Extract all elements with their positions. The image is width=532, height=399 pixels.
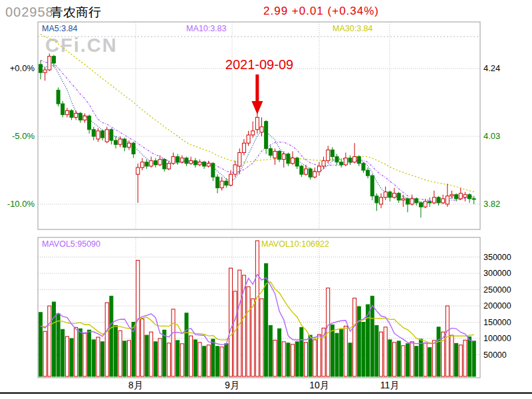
candle-body xyxy=(140,162,144,168)
mavol-label: MAVOL10:106922 xyxy=(261,239,329,249)
volume-bar xyxy=(198,342,201,376)
candle-body xyxy=(211,164,215,177)
volume-bar xyxy=(167,343,170,376)
month-axis-label: 9月 xyxy=(225,380,239,390)
volume-bar xyxy=(317,334,321,376)
candle-body xyxy=(340,162,343,165)
volume-bar xyxy=(344,326,347,376)
volume-bar xyxy=(415,346,418,376)
volume-axis-label: 300000 xyxy=(483,269,511,278)
volume-bar xyxy=(225,344,228,376)
volume-bar xyxy=(432,340,436,376)
volume-bar xyxy=(424,343,427,376)
volume-bar xyxy=(145,335,148,376)
candle-body xyxy=(437,198,440,203)
candle-body xyxy=(92,130,95,136)
volume-bar xyxy=(158,338,162,376)
volume-bar xyxy=(211,339,215,376)
volume-bar xyxy=(300,327,303,376)
candle-body xyxy=(105,130,108,142)
volume-bar xyxy=(410,342,414,376)
volume-bar xyxy=(287,343,290,376)
candle-body xyxy=(300,166,303,174)
candle-body xyxy=(317,166,321,172)
candle-body xyxy=(278,151,281,159)
candle-body xyxy=(118,139,122,144)
volume-bar xyxy=(176,340,180,376)
volume-bar xyxy=(247,287,250,376)
candle-body xyxy=(410,199,414,204)
candle-body xyxy=(375,196,378,203)
candle-body xyxy=(327,150,330,160)
volume-bar xyxy=(74,327,78,376)
volume-bar xyxy=(340,329,343,376)
candle-body xyxy=(295,158,299,166)
candle-body xyxy=(229,174,232,185)
percent-axis-label: -10.0% xyxy=(7,199,35,209)
volume-bar xyxy=(101,342,104,376)
volume-bar xyxy=(194,340,197,376)
candle-body xyxy=(397,194,400,200)
candle-body xyxy=(154,161,157,165)
volume-bar xyxy=(57,314,60,376)
volume-bar xyxy=(313,340,317,376)
candle-body xyxy=(163,160,166,169)
candle-body xyxy=(428,201,432,203)
volume-bar xyxy=(180,344,184,376)
candle-body xyxy=(269,148,272,155)
volume-bar xyxy=(437,327,440,376)
ma-label: MA30:3.84 xyxy=(332,24,373,33)
candle-body xyxy=(203,162,206,166)
candle-body xyxy=(48,57,51,70)
candle-body xyxy=(145,162,148,166)
candle-body xyxy=(247,135,250,143)
volume-bar xyxy=(464,340,467,376)
volume-bar xyxy=(353,298,356,376)
candle-body xyxy=(52,57,55,63)
candle-body xyxy=(39,65,43,72)
volume-bar xyxy=(388,340,392,376)
candle-body xyxy=(388,192,392,198)
candle-body xyxy=(251,131,255,135)
candle-body xyxy=(114,140,118,144)
volume-bar xyxy=(229,268,232,376)
volume-bar xyxy=(123,341,126,376)
volume-bar xyxy=(273,340,277,376)
volume-bar xyxy=(88,330,91,376)
volume-bar xyxy=(172,309,175,376)
volume-bar xyxy=(39,313,43,376)
candle-body xyxy=(265,122,268,149)
volume-bar xyxy=(70,338,73,376)
volume-bar xyxy=(216,346,219,376)
candle-body xyxy=(468,195,471,199)
candle-body xyxy=(180,158,184,162)
candle-body xyxy=(123,139,126,147)
volume-bar xyxy=(446,306,449,376)
volume-bar xyxy=(207,345,210,376)
month-axis-label: 10月 xyxy=(309,380,329,390)
month-axis-label: 11月 xyxy=(380,380,400,390)
candle-body xyxy=(74,113,78,117)
candle-body xyxy=(61,104,65,114)
mavol-label: MAVOL5:95090 xyxy=(42,239,100,249)
volume-bar xyxy=(190,336,193,376)
ma-label: MA5:3.84 xyxy=(42,24,78,33)
volume-bar xyxy=(140,319,144,376)
volume-bar xyxy=(380,332,383,376)
candle-body xyxy=(322,161,325,166)
volume-bar xyxy=(468,337,471,376)
volume-bar xyxy=(185,313,188,376)
volume-bar xyxy=(163,330,166,376)
candle-body xyxy=(207,164,210,166)
candle-body xyxy=(344,158,347,165)
candle-body xyxy=(313,172,317,177)
candle-body xyxy=(128,143,131,147)
volume-bar xyxy=(305,342,308,376)
candle-body xyxy=(43,70,47,72)
month-axis-label: 8月 xyxy=(128,380,143,390)
candle-body xyxy=(242,143,245,152)
volume-bar xyxy=(52,302,55,376)
volume-bar xyxy=(402,346,405,376)
candle-body xyxy=(185,158,188,164)
volume-bar xyxy=(278,329,281,376)
